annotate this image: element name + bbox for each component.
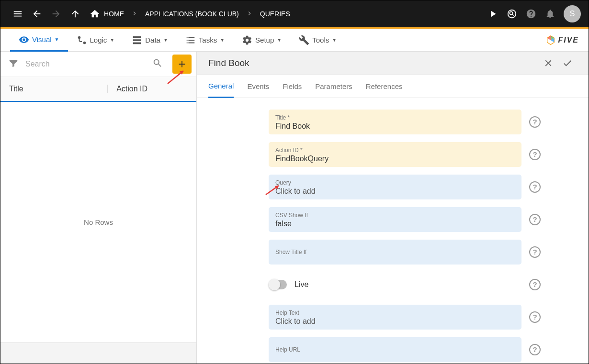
tab-fields[interactable]: Fields bbox=[283, 75, 302, 98]
left-footer bbox=[0, 342, 196, 364]
help-top-icon[interactable] bbox=[521, 4, 541, 23]
back-icon[interactable] bbox=[27, 4, 46, 23]
chevron-down-icon: ▼ bbox=[277, 37, 282, 43]
nav-setup[interactable]: Setup ▼ bbox=[233, 29, 290, 52]
tabs: General Events Fields Parameters Referen… bbox=[197, 75, 589, 98]
notifications-icon[interactable] bbox=[541, 4, 560, 23]
chevron-down-icon: ▼ bbox=[110, 37, 114, 43]
tasks-icon bbox=[185, 35, 196, 45]
col-title[interactable]: Title bbox=[9, 85, 107, 93]
play-icon[interactable] bbox=[483, 4, 502, 23]
nav-logic[interactable]: Logic ▼ bbox=[68, 29, 124, 52]
help-icon[interactable]: ? bbox=[529, 116, 541, 128]
row-helpurl: Help URL ? bbox=[269, 337, 541, 362]
no-rows-text: No Rows bbox=[84, 218, 113, 226]
menu-icon[interactable] bbox=[8, 4, 27, 23]
nav-data[interactable]: Data ▼ bbox=[123, 29, 177, 52]
label-csv: CSV Show If bbox=[275, 212, 515, 219]
value-title: Find Book bbox=[275, 122, 515, 131]
nav-visual-label: Visual bbox=[32, 35, 52, 44]
help-icon[interactable]: ? bbox=[529, 181, 541, 193]
value-query: Click to add bbox=[275, 187, 515, 196]
up-icon[interactable] bbox=[66, 4, 85, 23]
field-helptext[interactable]: Help Text Click to add bbox=[269, 305, 521, 330]
label-helpurl: Help URL bbox=[275, 346, 515, 353]
chevron-down-icon: ▼ bbox=[220, 37, 225, 43]
nav-setup-label: Setup bbox=[255, 36, 274, 44]
logo-icon bbox=[545, 35, 556, 45]
search-icon[interactable] bbox=[149, 55, 166, 73]
tab-parameters[interactable]: Parameters bbox=[315, 75, 352, 98]
logic-icon bbox=[77, 35, 87, 45]
close-icon[interactable] bbox=[539, 54, 558, 73]
logo: FIVE bbox=[545, 35, 579, 45]
filter-icon[interactable] bbox=[5, 55, 22, 73]
row-live: Live ? bbox=[269, 272, 541, 297]
nav-tools[interactable]: Tools ▼ bbox=[290, 29, 345, 52]
svg-point-3 bbox=[78, 36, 80, 39]
help-icon[interactable]: ? bbox=[529, 214, 541, 225]
value-actionid: FindBookQuery bbox=[275, 154, 515, 163]
svg-marker-8 bbox=[547, 35, 551, 40]
crumb-queries-label: QUERIES bbox=[260, 10, 290, 18]
help-icon[interactable]: ? bbox=[529, 344, 541, 355]
label-live: Live bbox=[294, 280, 308, 289]
logo-text: FIVE bbox=[558, 36, 579, 44]
field-csv[interactable]: CSV Show If false bbox=[269, 207, 521, 232]
form-area: Title * Find Book ? Action ID * FindBook… bbox=[197, 98, 589, 364]
field-helpurl[interactable]: Help URL bbox=[269, 337, 521, 362]
panel-header: Find Book bbox=[197, 52, 589, 75]
help-icon[interactable]: ? bbox=[529, 246, 541, 258]
row-csv: CSV Show If false ? bbox=[269, 207, 541, 232]
avatar-initial: S bbox=[570, 10, 575, 18]
help-icon[interactable]: ? bbox=[529, 149, 541, 160]
chevron-down-icon: ▼ bbox=[55, 37, 59, 42]
row-query: Query Click to add ? bbox=[269, 175, 541, 199]
help-icon[interactable]: ? bbox=[529, 311, 541, 323]
tools-icon bbox=[299, 35, 309, 45]
help-icon[interactable]: ? bbox=[529, 279, 541, 290]
tab-events[interactable]: Events bbox=[247, 75, 269, 98]
value-csv: false bbox=[275, 220, 515, 228]
panel-title: Find Book bbox=[208, 58, 539, 68]
nav-tasks[interactable]: Tasks ▼ bbox=[177, 29, 233, 52]
chevron-right-icon bbox=[244, 10, 255, 19]
row-showtitle: Show Title If ? bbox=[269, 240, 541, 265]
avatar[interactable]: S bbox=[564, 5, 581, 22]
search-top-icon[interactable] bbox=[502, 4, 521, 23]
forward-icon bbox=[46, 4, 66, 23]
check-icon[interactable] bbox=[558, 54, 577, 73]
nav-tools-label: Tools bbox=[312, 36, 329, 44]
field-actionid[interactable]: Action ID * FindBookQuery bbox=[269, 142, 521, 167]
chevron-right-icon bbox=[129, 10, 140, 19]
eye-icon bbox=[19, 34, 29, 45]
label-actionid: Action ID * bbox=[275, 147, 515, 154]
field-title[interactable]: Title * Find Book bbox=[269, 110, 521, 134]
crumb-applications[interactable]: APPLICATIONS (BOOK CLUB) bbox=[140, 10, 244, 18]
tab-general[interactable]: General bbox=[208, 75, 234, 98]
field-showtitle[interactable]: Show Title If bbox=[269, 240, 521, 265]
row-actionid: Action ID * FindBookQuery ? bbox=[269, 142, 541, 167]
left-panel: Title Action ID No Rows bbox=[0, 52, 197, 364]
label-title: Title * bbox=[275, 114, 515, 121]
col-actionid[interactable]: Action ID bbox=[107, 85, 188, 93]
search-row bbox=[0, 52, 196, 77]
crumb-queries[interactable]: QUERIES bbox=[255, 10, 295, 18]
field-query[interactable]: Query Click to add bbox=[269, 175, 521, 199]
top-bar: HOME APPLICATIONS (BOOK CLUB) QUERIES S bbox=[0, 0, 589, 27]
data-icon bbox=[132, 35, 142, 45]
sub-nav: Visual ▼ Logic ▼ Data ▼ Tasks ▼ Setup ▼ … bbox=[0, 29, 589, 52]
crumb-home[interactable]: HOME bbox=[85, 9, 129, 19]
toggle-live[interactable] bbox=[270, 280, 287, 289]
nav-visual[interactable]: Visual ▼ bbox=[10, 29, 68, 52]
empty-state: No Rows bbox=[0, 102, 196, 342]
crumb-applications-label: APPLICATIONS (BOOK CLUB) bbox=[145, 10, 239, 18]
home-icon bbox=[90, 9, 100, 19]
right-panel: Find Book General Events Fields Paramete… bbox=[197, 52, 589, 364]
nav-logic-label: Logic bbox=[90, 36, 107, 44]
search-input[interactable] bbox=[25, 60, 146, 68]
tab-references[interactable]: References bbox=[366, 75, 403, 98]
main: Title Action ID No Rows Find Book Genera… bbox=[0, 52, 589, 364]
add-button[interactable] bbox=[172, 55, 192, 74]
value-helptext: Click to add bbox=[275, 317, 515, 326]
